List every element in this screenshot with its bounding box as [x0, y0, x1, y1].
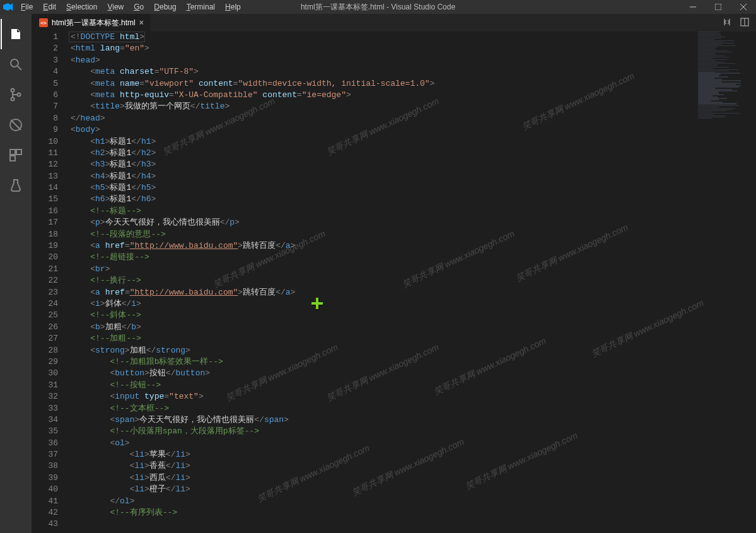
code-line[interactable]: </head> — [71, 113, 756, 124]
svg-rect-13 — [10, 156, 15, 161]
code-line[interactable]: <!--换行--> — [71, 275, 756, 286]
code-line[interactable]: <!--文本框--> — [71, 403, 756, 414]
html-file-icon: <> — [39, 18, 48, 27]
line-number: 43 — [32, 518, 58, 530]
code-line[interactable]: <!--超链接--> — [71, 252, 756, 263]
line-number: 9 — [32, 124, 58, 136]
line-number: 2 — [32, 43, 58, 54]
menu-selection[interactable]: Selection — [62, 1, 102, 13]
code-line[interactable]: <p>今天天气很好，我心情也很美丽</p> — [71, 217, 756, 228]
line-number: 14 — [32, 182, 58, 194]
code-line[interactable]: <!--斜体--> — [71, 310, 756, 321]
code-line[interactable]: <h3>标题1</h3> — [71, 159, 756, 170]
code-line[interactable]: <br> — [71, 264, 756, 275]
line-number: 33 — [32, 403, 58, 414]
code-line[interactable]: <a href="http://www.baidu.com">跳转百度</a> — [71, 240, 756, 252]
code-line[interactable]: <h6>标题1</h6> — [71, 194, 756, 205]
testing-icon[interactable] — [1, 170, 31, 201]
tabs-row: <> html第一课基本标签.html × — [32, 14, 756, 32]
svg-rect-11 — [10, 149, 15, 155]
code-line[interactable]: <!--小段落用span，大段落用p标签--> — [71, 426, 756, 437]
code-line[interactable]: <meta http-equiv="X-UA-Compatible" conte… — [71, 90, 756, 101]
code-line[interactable]: <body> — [71, 124, 756, 136]
code-line[interactable]: <a href="http://www.baidu.com">跳转百度</a> — [71, 287, 756, 298]
maximize-button[interactable] — [706, 0, 731, 14]
minimap[interactable] — [695, 32, 747, 533]
code-line[interactable]: <!--按钮--> — [71, 380, 756, 391]
line-number: 1 — [32, 32, 58, 43]
code-line[interactable]: <span>今天天气很好，我心情也很美丽</span> — [71, 414, 756, 426]
code-line[interactable]: <meta charset="UTF-8"> — [71, 66, 756, 78]
compare-changes-icon[interactable] — [722, 17, 732, 29]
tab-close-icon[interactable]: × — [139, 18, 144, 27]
code-line[interactable]: <!--段落的意思--> — [71, 229, 756, 240]
line-number: 21 — [32, 264, 58, 275]
line-number: 16 — [32, 206, 58, 217]
menu-debug[interactable]: Debug — [149, 1, 180, 13]
code-line[interactable]: <strong>加粗</strong> — [71, 345, 756, 356]
line-number: 27 — [32, 333, 58, 344]
code-line[interactable]: <head> — [71, 55, 756, 66]
code-line[interactable]: <button>按钮</button> — [71, 368, 756, 379]
line-number: 15 — [32, 194, 58, 205]
search-icon[interactable] — [1, 49, 31, 79]
code-line[interactable]: <h5>标题1</h5> — [71, 182, 756, 194]
code-line[interactable]: <h4>标题1</h4> — [71, 171, 756, 182]
code-content[interactable]: <!DOCTYPE html><html lang="en"><head> <m… — [67, 32, 756, 533]
menu-view[interactable]: View — [103, 1, 128, 13]
debug-icon[interactable] — [1, 110, 31, 140]
code-line[interactable]: <!--加粗跟b标签效果一样--> — [71, 356, 756, 368]
menu-edit[interactable]: Edit — [38, 1, 61, 13]
menu-terminal[interactable]: Terminal — [182, 1, 219, 13]
scrollbar[interactable] — [747, 32, 756, 533]
line-number: 42 — [32, 507, 58, 518]
line-number: 26 — [32, 322, 58, 333]
menu-go[interactable]: Go — [129, 1, 148, 13]
code-line[interactable] — [71, 518, 756, 530]
code-line[interactable]: <!--加粗--> — [71, 333, 756, 344]
code-line[interactable]: <meta name="viewport" content="width=dev… — [71, 78, 756, 90]
svg-rect-1 — [715, 4, 721, 10]
menu-file[interactable]: File — [16, 1, 37, 13]
menu-help[interactable]: Help — [221, 1, 245, 13]
line-number: 6 — [32, 90, 58, 101]
code-line[interactable]: <!--有序列表--> — [71, 507, 756, 518]
line-number: 7 — [32, 101, 58, 112]
line-number: 13 — [32, 171, 58, 182]
code-line[interactable]: <li>香蕉</li> — [71, 460, 756, 472]
line-number: 23 — [32, 287, 58, 298]
tab-filename: html第一课基本标签.html — [52, 18, 136, 28]
code-line[interactable]: <i>斜体</i> — [71, 298, 756, 310]
code-line[interactable]: <!DOCTYPE html> — [71, 32, 756, 43]
code-line[interactable]: <!--标题--> — [71, 206, 756, 217]
line-number: 10 — [32, 136, 58, 148]
app-logo-icon — [0, 2, 16, 12]
split-editor-icon[interactable] — [740, 17, 750, 29]
minimize-button[interactable] — [680, 0, 706, 14]
close-button[interactable] — [731, 0, 756, 14]
editor-tab[interactable]: <> html第一课基本标签.html × — [32, 14, 150, 32]
editor-body[interactable]: 1234567891011121314151617181920212223242… — [32, 32, 756, 533]
source-control-icon[interactable] — [1, 79, 31, 110]
code-line[interactable]: <li>西瓜</li> — [71, 472, 756, 484]
line-number: 20 — [32, 252, 58, 263]
code-line[interactable]: <ol> — [71, 438, 756, 449]
line-number: 31 — [32, 380, 58, 391]
code-line[interactable]: </ol> — [71, 496, 756, 507]
extensions-icon[interactable] — [1, 140, 31, 170]
code-line[interactable]: <h1>标题1</h1> — [71, 136, 756, 148]
explorer-icon[interactable] — [1, 19, 31, 49]
code-line[interactable]: <li>橙子</li> — [71, 484, 756, 495]
line-number: 25 — [32, 310, 58, 321]
line-number: 22 — [32, 275, 58, 286]
code-line[interactable]: <h2>标题1</h2> — [71, 148, 756, 159]
code-line[interactable]: <html lang="en"> — [71, 43, 756, 54]
code-line[interactable]: <li>苹果</li> — [71, 449, 756, 460]
svg-line-5 — [18, 66, 21, 70]
code-line[interactable]: <b>加粗</b> — [71, 322, 756, 333]
line-number: 17 — [32, 217, 58, 228]
line-number: 40 — [32, 484, 58, 495]
code-line[interactable]: <title>我做的第一个网页</title> — [71, 101, 756, 112]
code-line[interactable]: <input type="text"> — [71, 391, 756, 402]
line-number: 35 — [32, 426, 58, 437]
